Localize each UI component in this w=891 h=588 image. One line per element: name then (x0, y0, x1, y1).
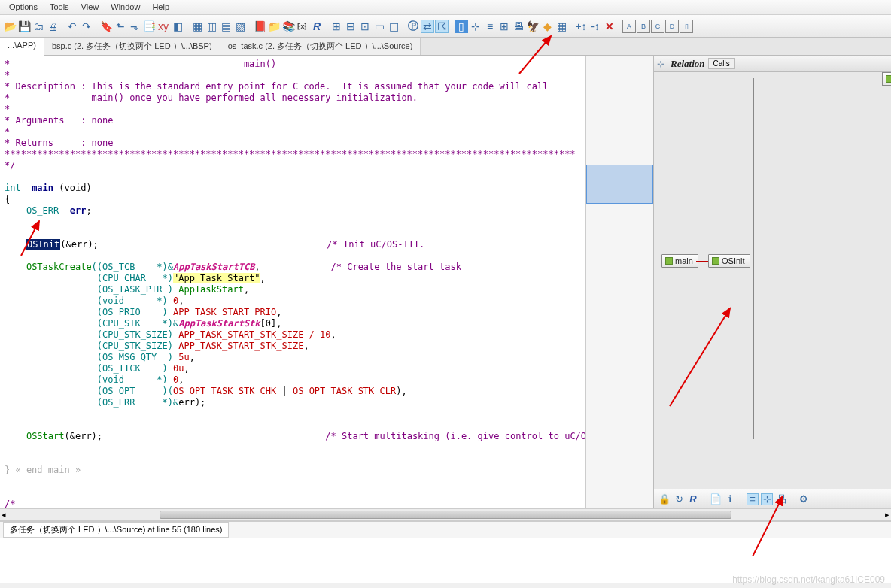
lock-icon[interactable]: 🔒 (658, 493, 671, 505)
code-token: (OS_ERR *)& (97, 397, 178, 408)
zoomin-icon[interactable]: +↕ (574, 20, 588, 33)
toggle-icon[interactable]: ◧ (171, 20, 184, 33)
layout3-icon[interactable]: ⊡ (358, 20, 372, 33)
relation-body[interactable]: main OSInit OSCfg_Init OSInitHook OS_Dbg… (654, 72, 891, 489)
fn-icon (712, 257, 719, 265)
refresh-icon[interactable]: ↻ (673, 493, 685, 505)
box-d-icon[interactable]: D (665, 20, 679, 33)
window4-icon[interactable]: ▧ (233, 20, 247, 33)
graph-icon[interactable]: ☈ (435, 20, 449, 33)
macro-stksz: APP_TASK_START_STK_SIZE (178, 329, 303, 340)
list-icon[interactable]: ≡ (483, 20, 497, 33)
highlight-icon[interactable]: xy (157, 20, 170, 33)
view-graph-icon[interactable]: 品 (775, 493, 787, 505)
r-icon[interactable]: R (310, 20, 324, 33)
menu-help[interactable]: Help (146, 0, 175, 14)
code-token: (OS_TASK_PTR ) (97, 284, 173, 295)
book-icon[interactable]: 📕 (253, 20, 266, 33)
grid-icon[interactable]: ⊞ (497, 20, 511, 33)
window2-icon[interactable]: ▥ (205, 20, 218, 33)
layout2-icon[interactable]: ⊟ (344, 20, 357, 33)
code-line: * (5, 70, 10, 80)
tab-app[interactable]: ...\APP) (0, 38, 44, 56)
bookmark-list-icon[interactable]: 📑 (142, 20, 156, 33)
code-token: (CPU_STK_SIZE) (97, 341, 178, 351)
layout5-icon[interactable]: ◫ (387, 20, 400, 33)
code-token: ((OS_TCB *)& (92, 262, 173, 272)
code-line: * main() once you have performed all nec… (5, 92, 418, 103)
menu-view[interactable]: View (75, 0, 105, 14)
print2-icon[interactable]: 🖶 (512, 20, 525, 33)
zoomout-icon[interactable]: -↕ (588, 20, 602, 33)
node-osinit[interactable]: OSInit (708, 254, 750, 268)
status-tab[interactable]: 多任务（切换两个 LED ）\...\Source) at line 55 (1… (3, 522, 229, 538)
code-token: (CPU_STK_SIZE) (97, 329, 178, 340)
node-fn[interactable]: OS_TmrInit (882, 72, 891, 86)
copy-icon[interactable]: 📄 (710, 493, 722, 505)
scroll-left-icon[interactable]: ◂ (2, 510, 6, 520)
menu-tools[interactable]: Tools (44, 0, 75, 14)
settings-icon[interactable]: ⚙ (798, 493, 810, 505)
minimap[interactable] (585, 56, 653, 508)
code-editor[interactable]: * main() * * Description : This is the s… (0, 56, 585, 508)
fn-main: main (32, 183, 53, 193)
fn-osinit-selected[interactable]: OSInit (26, 239, 60, 250)
box-b-icon[interactable]: B (637, 20, 650, 33)
code-token: err); (178, 397, 205, 408)
p-icon[interactable]: Ⓟ (406, 20, 420, 33)
abc-icon[interactable]: ⁅x⁆ (296, 20, 309, 33)
tree-icon[interactable]: ⊹ (469, 20, 482, 33)
node-label: OSInit (722, 256, 745, 265)
tab-bsp[interactable]: bsp.c (2. 多任务（切换两个 LED ）\...\BSP) (44, 38, 220, 55)
library-icon[interactable]: 📚 (281, 20, 295, 33)
open-icon[interactable]: 📂 (3, 20, 17, 33)
box-c-icon[interactable]: C (651, 20, 664, 33)
box-a-icon[interactable]: A (622, 20, 636, 33)
info-icon[interactable]: ℹ (724, 493, 736, 505)
window-icon[interactable]: ▯ (455, 20, 468, 33)
box-e-icon[interactable]: ▯ (680, 20, 693, 33)
layout4-icon[interactable]: ▭ (373, 20, 386, 33)
menu-window[interactable]: Window (105, 0, 146, 14)
scroll-right-icon[interactable]: ▸ (885, 510, 889, 520)
node-main[interactable]: main (661, 254, 698, 268)
code-token: , (190, 352, 195, 362)
code-token: , (331, 329, 336, 340)
code-token: (void *) (97, 296, 173, 306)
save-icon[interactable]: 💾 (17, 20, 31, 33)
code-token: , (178, 296, 184, 306)
window1-icon[interactable]: ▦ (190, 20, 204, 33)
relation-icon[interactable]: ⇄ (421, 20, 434, 33)
editor-hscroll[interactable]: ◂ ▸ (0, 508, 891, 521)
grid2-icon[interactable]: ▦ (555, 20, 568, 33)
print-icon[interactable]: 🖨 (46, 20, 59, 33)
fn-ostaskcreate: OSTaskCreate (26, 262, 92, 272)
view-tree-icon[interactable]: ⊹ (761, 493, 773, 505)
redo-icon[interactable]: ↷ (80, 20, 93, 33)
folder-icon[interactable]: 📁 (267, 20, 281, 33)
string-literal: "App Task Start" (173, 273, 260, 283)
saveall-icon[interactable]: 🗂 (32, 20, 45, 33)
minimap-viewport[interactable] (586, 165, 653, 204)
window3-icon[interactable]: ▤ (219, 20, 233, 33)
code-comment: /* Create the start task (331, 262, 461, 272)
var-err: err (70, 205, 87, 216)
bookmark-prev-icon[interactable]: ⬑ (114, 20, 127, 33)
eagle-icon[interactable]: 🦅 (526, 20, 540, 33)
view-list-icon[interactable]: ≡ (747, 493, 759, 505)
editor-wrap: * main() * * Description : This is the s… (0, 56, 654, 508)
bookmark-icon[interactable]: 🔖 (99, 20, 113, 33)
relation-header: ⊹ Relation Calls (654, 56, 891, 72)
close-x-icon[interactable]: ✕ (603, 20, 616, 33)
undo-icon[interactable]: ↶ (65, 20, 79, 33)
diamond-icon[interactable]: ◆ (540, 20, 554, 33)
tab-ostask[interactable]: os_task.c (2. 多任务（切换两个 LED ）\...\Source) (220, 38, 421, 55)
scroll-thumb[interactable] (160, 511, 731, 519)
num-literal: 0u (173, 363, 184, 374)
bookmark-next-icon[interactable]: ⬎ (128, 20, 141, 33)
code-token: , (276, 307, 281, 317)
menu-options[interactable]: Options (3, 0, 44, 14)
relation-tab-calls[interactable]: Calls (708, 58, 735, 69)
layout1-icon[interactable]: ⊞ (330, 20, 343, 33)
r-icon[interactable]: R (687, 493, 699, 505)
